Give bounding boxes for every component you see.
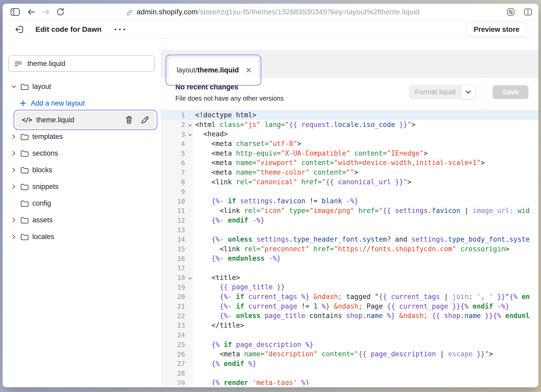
code-line[interactable]: 21 {%- if current_page != 1 %} &ndash; P… <box>161 302 538 311</box>
code-line[interactable]: 6 <meta name="viewport" content="width=d… <box>161 158 538 168</box>
sidebar-item-snippets[interactable]: snippets <box>3 178 161 195</box>
back-arrow-icon[interactable] <box>26 6 37 18</box>
gutter-cell[interactable]: 17 <box>161 263 193 273</box>
link-icon <box>125 8 132 16</box>
code-text: {%- endunless -%} <box>193 254 538 263</box>
code-line[interactable]: 10 {%- if settings.favicon != blank -%} <box>161 196 538 206</box>
gutter-cell[interactable]: 7 <box>161 168 193 177</box>
code-line[interactable]: 25 {% if page_description %} <box>161 340 538 350</box>
add-new-layout-link[interactable]: Add a new layout <box>3 95 161 112</box>
gutter-cell[interactable]: 22 <box>161 311 193 321</box>
fold-toggle-icon[interactable] <box>188 134 192 136</box>
gutter-cell[interactable]: 18 <box>161 273 193 283</box>
gutter-cell[interactable]: 1 <box>161 110 193 120</box>
split-view-icon[interactable] <box>522 6 534 18</box>
code-line[interactable]: 3 <head> <box>161 129 538 139</box>
code-line[interactable]: 5 <meta http-equiv="X-UA-Compatible" con… <box>161 149 538 158</box>
line-number: 18 <box>177 274 185 281</box>
forward-arrow-icon[interactable] <box>40 6 52 18</box>
code-line[interactable]: 19 {{ page_title }} <box>161 282 538 292</box>
code-line[interactable]: 8 <link rel="canonical" href="{{ canonic… <box>161 177 538 187</box>
reload-icon[interactable] <box>55 6 66 18</box>
code-line[interactable]: 18 <title> <box>161 273 538 283</box>
code-line[interactable]: 22 {%- unless page_title contains shop.n… <box>161 311 538 321</box>
code-line[interactable]: 11 <link rel="icon" type="image/png" hre… <box>161 206 538 216</box>
code-line[interactable]: 4 <meta charset="utf-8"> <box>161 139 538 149</box>
overflow-menu-icon[interactable] <box>115 29 125 30</box>
preview-store-button[interactable]: Preview store <box>466 22 527 36</box>
sidebar-item-blocks[interactable]: blocks <box>3 162 161 178</box>
format-liquid-button[interactable]: Format liquid <box>409 85 461 99</box>
code-text: {%- unless settings.type_header_font.sys… <box>193 235 538 244</box>
sidebar-item-templates[interactable]: templates <box>3 128 161 145</box>
save-button[interactable]: Save <box>493 85 528 99</box>
file-search-input[interactable]: theme.liquid <box>8 56 155 72</box>
sidebar-item-config[interactable]: config <box>3 195 161 212</box>
code-line[interactable]: 14 {%- unless settings.type_header_font.… <box>161 235 538 244</box>
fold-toggle-icon[interactable] <box>188 277 192 280</box>
gutter-cell[interactable]: 11 <box>161 206 193 216</box>
code-line[interactable]: 15 <link rel="preconnect" href="https://… <box>161 244 538 254</box>
gutter-cell[interactable]: 25 <box>161 340 193 350</box>
gutter-cell[interactable]: 16 <box>161 254 193 263</box>
sidebar-item-assets[interactable]: assets <box>3 212 161 228</box>
sidebar-item-sections[interactable]: sections <box>3 145 161 162</box>
gutter-cell[interactable]: 13 <box>161 225 193 235</box>
rename-file-icon[interactable] <box>141 116 149 124</box>
code-text <box>193 369 538 378</box>
code-editor[interactable]: 1<!doctype html>2<html class="js" lang="… <box>161 109 538 385</box>
folder-icon <box>20 183 29 191</box>
code-line[interactable]: 26 <meta name="description" content="{{ … <box>161 349 538 359</box>
code-text: <meta name="description" content="{{ pag… <box>193 349 538 359</box>
code-line[interactable]: 28 <box>161 369 538 378</box>
code-line[interactable]: 24 <box>161 330 538 340</box>
fold-toggle-icon[interactable] <box>188 124 192 127</box>
format-options-dropdown[interactable] <box>461 85 475 99</box>
gutter-cell[interactable]: 12 <box>161 216 193 225</box>
gutter-cell[interactable]: 23 <box>161 321 193 330</box>
header-divider <box>485 78 485 108</box>
code-line[interactable]: 27 {% endif %} <box>161 359 538 369</box>
code-line[interactable]: 17 <box>161 263 538 273</box>
gutter-cell[interactable]: 9 <box>161 187 193 197</box>
code-line[interactable]: 1<!doctype html> <box>161 110 538 120</box>
code-line[interactable]: 23 </title> <box>161 321 538 330</box>
code-line[interactable]: 9 <box>161 187 538 197</box>
gutter-cell[interactable]: 26 <box>161 349 193 359</box>
gutter-cell[interactable]: 15 <box>161 244 193 254</box>
gutter-cell[interactable]: 4 <box>161 139 193 149</box>
code-text: <html class="js" lang="{{ request.locale… <box>193 120 538 130</box>
gutter-cell[interactable]: 5 <box>161 149 193 158</box>
gutter-cell[interactable]: 2 <box>161 120 193 130</box>
code-line[interactable]: 7 <meta name="theme-color" content=""> <box>161 168 538 177</box>
filter-icon <box>14 60 22 67</box>
sidebar-toggle-icon[interactable] <box>9 6 21 18</box>
code-line[interactable]: 29 {% render 'meta-tags' %} <box>161 378 538 385</box>
gutter-cell[interactable]: 10 <box>161 196 193 206</box>
gutter-cell[interactable]: 28 <box>161 369 193 378</box>
gutter-cell[interactable]: 24 <box>161 330 193 340</box>
gutter-cell[interactable]: 21 <box>161 302 193 311</box>
gutter-cell[interactable]: 20 <box>161 292 193 302</box>
gutter-cell[interactable]: 27 <box>161 359 193 369</box>
code-line[interactable]: 12 {%- endif -%} <box>161 216 538 225</box>
sidebar-item-locales[interactable]: locales <box>3 228 161 245</box>
delete-file-icon[interactable] <box>125 116 133 124</box>
exit-editor-icon[interactable] <box>15 25 24 34</box>
gutter-cell[interactable]: 14 <box>161 235 193 244</box>
gutter-cell[interactable]: 3 <box>161 129 193 139</box>
code-line[interactable]: 16 {%- endunless -%} <box>161 254 538 263</box>
code-line[interactable]: 20 {%- if current_tags %} &ndash; tagged… <box>161 292 538 302</box>
page-settings-icon[interactable] <box>505 6 517 18</box>
code-line[interactable]: 2<html class="js" lang="{{ request.local… <box>161 120 538 130</box>
line-number: 11 <box>177 207 185 215</box>
gutter-cell[interactable]: 19 <box>161 282 193 292</box>
gutter-cell[interactable]: 29 <box>161 378 193 385</box>
sidebar-item-theme-liquid[interactable]: </> theme.liquid <box>16 112 155 128</box>
url-bar[interactable]: admin.shopify.com/store/rzq1xu-f5/themes… <box>125 4 419 20</box>
gutter-cell[interactable]: 8 <box>161 177 193 187</box>
code-line[interactable]: 13 <box>161 225 538 235</box>
gutter-cell[interactable]: 6 <box>161 158 193 168</box>
folder-icon <box>20 216 29 224</box>
sidebar-item-layout[interactable]: layout <box>3 78 161 95</box>
